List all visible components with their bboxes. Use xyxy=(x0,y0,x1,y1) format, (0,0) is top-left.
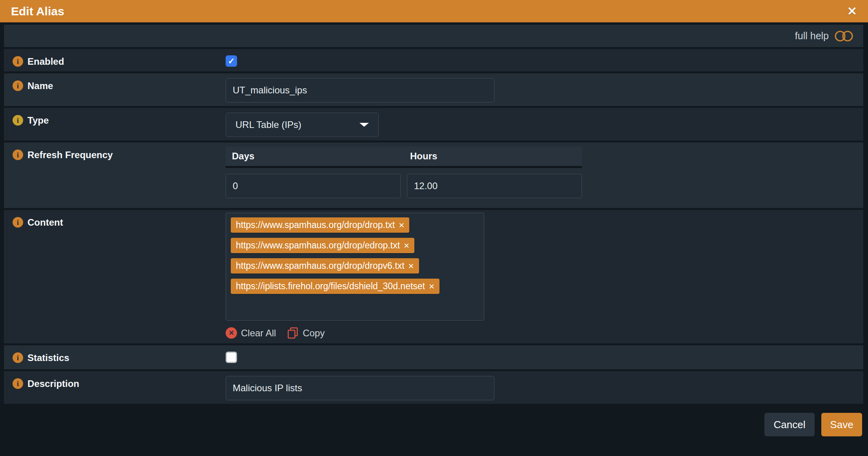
enabled-label: Enabled xyxy=(27,56,64,67)
full-help-toggle[interactable]: full help xyxy=(795,29,855,43)
info-icon[interactable]: i xyxy=(13,150,23,160)
tag-label: https://www.spamhaus.org/drop/edrop.txt xyxy=(236,240,400,251)
copy-icon xyxy=(287,326,299,339)
name-label: Name xyxy=(27,80,53,91)
row-refresh-frequency: i Refresh Frequency Days Hours xyxy=(4,142,863,210)
dialog-title: Edit Alias xyxy=(11,5,64,18)
refresh-label: Refresh Frequency xyxy=(27,149,113,161)
copy-label: Copy xyxy=(303,328,325,339)
row-name: i Name xyxy=(4,73,863,108)
info-icon[interactable]: i xyxy=(13,217,23,228)
info-icon[interactable]: i xyxy=(13,378,23,389)
content-tag: https://iplists.firehol.org/files/dshiel… xyxy=(231,279,439,294)
info-icon[interactable]: i xyxy=(13,56,23,67)
name-label-group: i Name xyxy=(4,73,226,106)
clear-all-label: Clear All xyxy=(241,328,276,339)
dialog-form: full help i Enabled ✓ i Na xyxy=(4,25,863,406)
refresh-table-header: Days Hours xyxy=(226,146,582,168)
tag-label: https://iplists.firehol.org/files/dshiel… xyxy=(236,281,425,292)
check-icon: ✓ xyxy=(228,57,235,65)
hours-header: Hours xyxy=(404,151,582,162)
tag-remove-icon[interactable]: × xyxy=(429,282,434,291)
type-select-value: URL Table (IPs) xyxy=(235,119,301,130)
statistics-label-group: i Statistics xyxy=(4,345,226,369)
type-select[interactable]: URL Table (IPs) xyxy=(226,113,379,137)
row-type: i Type URL Table (IPs) xyxy=(4,108,863,142)
content-tag: https://www.spamhaus.org/drop/dropv6.txt… xyxy=(231,258,419,274)
tag-label: https://www.spamhaus.org/drop/dropv6.txt xyxy=(236,261,405,271)
cancel-button[interactable]: Cancel xyxy=(764,413,815,436)
content-tag: https://www.spamhaus.org/drop/drop.txt × xyxy=(231,217,409,233)
copy-button[interactable]: Copy xyxy=(287,326,325,339)
type-label-group: i Type xyxy=(4,108,226,140)
days-input[interactable] xyxy=(226,174,401,198)
content-tag-list[interactable]: https://www.spamhaus.org/drop/drop.txt ×… xyxy=(226,213,484,321)
info-icon[interactable]: i xyxy=(13,115,23,126)
edit-alias-dialog: Edit Alias ✕ full help i Enabled ✓ xyxy=(0,0,868,443)
row-content: i Content https://www.spamhaus.org/drop/… xyxy=(4,210,863,345)
caret-down-icon xyxy=(359,123,369,127)
help-toggle-icon xyxy=(833,29,855,43)
name-input[interactable] xyxy=(226,78,494,102)
enabled-checkbox[interactable]: ✓ xyxy=(226,55,237,67)
content-tag: https://www.spamhaus.org/drop/edrop.txt … xyxy=(231,238,414,253)
hours-input[interactable] xyxy=(407,174,582,198)
clear-all-icon: ✕ xyxy=(226,327,237,339)
refresh-table: Days Hours xyxy=(226,146,582,198)
statistics-label: Statistics xyxy=(27,352,69,363)
content-label-group: i Content xyxy=(4,210,226,343)
tag-remove-icon[interactable]: × xyxy=(399,221,404,230)
row-statistics: i Statistics ✓ xyxy=(4,345,863,371)
full-help-label: full help xyxy=(795,30,829,42)
tag-remove-icon[interactable]: × xyxy=(408,261,414,271)
info-icon[interactable]: i xyxy=(13,80,23,91)
save-button[interactable]: Save xyxy=(821,413,862,436)
type-label: Type xyxy=(27,115,49,126)
description-label-group: i Description xyxy=(4,371,226,404)
enabled-label-group: i Enabled xyxy=(4,49,226,71)
refresh-label-group: i Refresh Frequency xyxy=(4,142,226,208)
close-icon[interactable]: ✕ xyxy=(847,5,857,17)
row-description: i Description xyxy=(4,371,863,406)
dialog-footer: Cancel Save xyxy=(0,406,868,443)
info-icon[interactable]: i xyxy=(13,352,23,363)
clear-all-button[interactable]: ✕ Clear All xyxy=(226,327,276,339)
content-label: Content xyxy=(27,217,63,228)
row-enabled: i Enabled ✓ xyxy=(4,49,863,73)
description-label: Description xyxy=(27,378,79,389)
tag-remove-icon[interactable]: × xyxy=(404,241,409,250)
days-header: Days xyxy=(226,151,404,162)
full-help-row: full help xyxy=(4,25,863,49)
content-actions: ✕ Clear All Copy xyxy=(226,326,325,339)
tag-label: https://www.spamhaus.org/drop/drop.txt xyxy=(236,220,395,230)
description-input[interactable] xyxy=(226,376,494,400)
title-bar: Edit Alias ✕ xyxy=(0,0,868,22)
statistics-checkbox[interactable]: ✓ xyxy=(226,352,237,363)
